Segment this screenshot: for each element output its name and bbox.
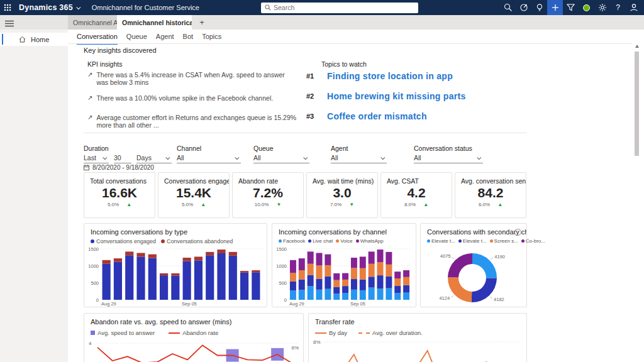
line-chart[interactable]: 46%	[87, 337, 301, 362]
duration-mode-select[interactable]: Last	[84, 153, 109, 163]
bar-segment[interactable]	[342, 293, 348, 300]
bar-segment[interactable]	[394, 293, 401, 300]
bar-segment[interactable]	[299, 280, 305, 290]
bar-segment[interactable]	[333, 280, 340, 287]
queue-select[interactable]: All	[253, 153, 309, 163]
topic-link[interactable]: Finding store location in app	[327, 71, 453, 81]
kpi-card-conversations-engaged[interactable]: Conversations engaged 15.4K 5.0%▲	[158, 172, 230, 218]
bar-segment[interactable]	[183, 261, 191, 300]
topic-link[interactable]: Coffee order mismatch	[327, 111, 427, 121]
bar-segment[interactable]	[299, 258, 305, 270]
bar-segment[interactable]	[114, 258, 122, 261]
settings-gear-icon[interactable]	[594, 0, 610, 15]
new-tab-button[interactable]: +	[195, 15, 209, 30]
bar-segment[interactable]	[351, 290, 357, 300]
bar-segment[interactable]	[308, 286, 314, 300]
bar-segment[interactable]	[386, 288, 392, 300]
bar-segment[interactable]	[360, 256, 366, 268]
kpi-card-abandon-rate[interactable]: Abandon rate 7.2% 10.0%▼	[232, 172, 304, 218]
bar-segment[interactable]	[403, 293, 409, 300]
bar-segment[interactable]	[369, 264, 375, 277]
account-icon[interactable]	[626, 0, 641, 15]
bar-segment[interactable]	[103, 264, 111, 300]
bar-segment[interactable]	[194, 256, 203, 260]
bar-segment[interactable]	[240, 273, 248, 300]
bar-segment[interactable]	[316, 253, 323, 265]
hamburger-menu-icon[interactable]	[5, 18, 14, 30]
bar-segment[interactable]	[183, 258, 191, 261]
bar-segment[interactable]	[125, 255, 133, 300]
help-icon[interactable]: ?	[610, 0, 626, 15]
compass-icon[interactable]	[516, 0, 531, 15]
bar-segment[interactable]	[206, 252, 214, 255]
bar-segment[interactable]	[299, 270, 305, 280]
bar-segment[interactable]	[316, 290, 323, 300]
bar-segment[interactable]	[229, 252, 237, 256]
bar-segment[interactable]	[136, 253, 145, 256]
tab-omnichannel-agent[interactable]: Omnichannel Age...	[68, 15, 117, 30]
bar-segment[interactable]	[403, 270, 409, 277]
bar-segment[interactable]	[136, 256, 145, 300]
bar-segment[interactable]	[333, 293, 340, 300]
bar-segment[interactable]	[308, 264, 314, 275]
bar-segment[interactable]	[103, 260, 111, 264]
duration-value-input[interactable]: 30	[114, 153, 131, 163]
bar-segment[interactable]	[386, 252, 392, 265]
bar-segment[interactable]	[403, 285, 409, 293]
sidebar-item-home[interactable]: Home	[0, 33, 68, 46]
kpi-card-avg-sentiment[interactable]: Avg. conversation senti... 84.2 6.0%▲	[455, 172, 526, 218]
brand-title[interactable]: Dynamics 365	[19, 3, 73, 12]
bar-segment[interactable]	[206, 255, 214, 300]
bar-segment[interactable]	[394, 278, 401, 286]
bar-segment[interactable]	[148, 258, 157, 300]
bar-segment[interactable]	[299, 290, 305, 300]
bar-segment[interactable]	[325, 277, 331, 289]
bar-segment[interactable]	[171, 273, 179, 276]
bar-segment[interactable]	[290, 290, 296, 300]
kpi-insight-item[interactable]: ↗ There was a 10.00% volume spike in the…	[87, 94, 295, 102]
donut-slice[interactable]	[472, 253, 497, 278]
bar-segment[interactable]	[360, 290, 366, 300]
duration-unit-select[interactable]: Days	[136, 153, 172, 163]
stacked-bar-chart[interactable]: 150010005000Aug 29Sep 05	[276, 246, 413, 307]
donut-slice[interactable]	[448, 277, 472, 302]
app-name[interactable]: Omnichannel for Customer Service	[92, 4, 199, 11]
bar-segment[interactable]	[252, 272, 260, 300]
scroll-up-arrow-icon[interactable]	[635, 45, 639, 48]
bar-segment[interactable]	[194, 260, 203, 300]
bar-segment[interactable]	[229, 256, 237, 300]
bar-segment[interactable]	[316, 265, 323, 278]
filter-icon[interactable]	[563, 0, 579, 15]
bar-segment[interactable]	[171, 276, 179, 300]
bar-segment[interactable]	[369, 251, 375, 263]
bar-segment[interactable]	[333, 287, 340, 293]
bar-segment[interactable]	[386, 265, 392, 277]
bar-segment[interactable]	[377, 288, 384, 300]
info-icon[interactable]: i	[514, 229, 521, 236]
bar-segment[interactable]	[308, 275, 314, 287]
bar-segment[interactable]	[342, 273, 348, 280]
bar-segment[interactable]	[290, 273, 296, 282]
line-chart[interactable]: 8%	[312, 337, 522, 362]
bar-segment[interactable]	[351, 268, 357, 279]
kpi-card-avg-wait-time[interactable]: Avg. wait time (mins) 3.0 7.0%▼	[306, 172, 378, 218]
kpi-card-avg-csat[interactable]: Avg. CSAT 4.2 8.0%▲	[380, 172, 452, 218]
agent-select[interactable]: All	[331, 153, 387, 163]
quick-create-plus-button[interactable]	[547, 0, 563, 15]
bar-segment[interactable]	[386, 277, 392, 288]
bar-segment[interactable]	[360, 268, 366, 280]
lightbulb-icon[interactable]	[531, 0, 547, 15]
bar-segment[interactable]	[360, 280, 366, 290]
bar-segment[interactable]	[160, 273, 168, 275]
bar-segment[interactable]	[252, 270, 260, 272]
bar-segment[interactable]	[316, 279, 323, 290]
conversation-status-select[interactable]: All	[414, 153, 483, 163]
waffle-menu-icon[interactable]	[0, 0, 15, 15]
bar-segment[interactable]	[240, 271, 248, 273]
search-icon[interactable]	[500, 0, 516, 15]
bar-segment[interactable]	[342, 280, 348, 286]
search-input[interactable]	[274, 4, 418, 11]
scrollbar-thumb[interactable]	[635, 52, 639, 156]
donut-slice[interactable]	[448, 253, 472, 277]
bar-segment[interactable]	[333, 273, 340, 280]
